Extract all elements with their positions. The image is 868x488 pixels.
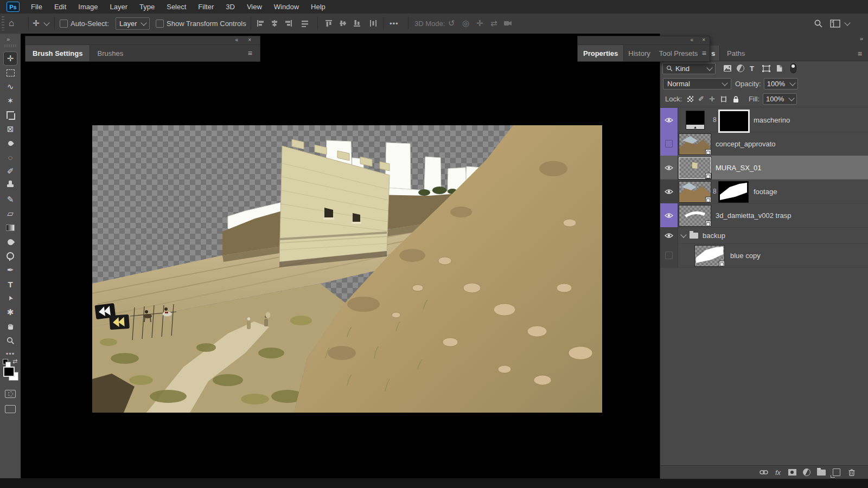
menu-file[interactable]: File bbox=[25, 0, 48, 14]
dock-menu-icon[interactable]: ≡ bbox=[858, 49, 862, 58]
filter-pixel-layers-icon[interactable] bbox=[723, 65, 732, 72]
history-brush-tool[interactable]: ✎ bbox=[4, 193, 17, 206]
group-row-backup[interactable]: backup bbox=[660, 227, 868, 244]
layer-row-mascherino[interactable]: ▲ 8 mascherino bbox=[660, 108, 868, 132]
zoom-tool[interactable] bbox=[4, 334, 17, 347]
shape-tool[interactable]: ✱ bbox=[4, 306, 17, 319]
tab-properties[interactable]: Properties bbox=[578, 45, 624, 61]
collapse-panel-icon[interactable]: « bbox=[690, 37, 693, 43]
auto-select-checkbox[interactable] bbox=[60, 14, 68, 33]
eraser-tool[interactable]: ▱ bbox=[4, 207, 17, 220]
layer-style-button[interactable]: fx bbox=[773, 468, 783, 477]
lock-artboard-icon[interactable] bbox=[720, 95, 727, 103]
dodge-tool[interactable] bbox=[4, 249, 17, 262]
menu-edit[interactable]: Edit bbox=[48, 0, 72, 14]
align-middle-v-button[interactable] bbox=[336, 14, 349, 33]
visibility-toggle[interactable] bbox=[660, 132, 678, 156]
menu-type[interactable]: Type bbox=[133, 0, 161, 14]
path-selection-tool[interactable]: ➤ bbox=[4, 292, 17, 305]
new-group-button[interactable] bbox=[816, 468, 826, 477]
filter-toggle[interactable] bbox=[790, 63, 796, 73]
dock-collapse-icon[interactable]: » bbox=[860, 35, 863, 42]
show-transform-checkbox[interactable] bbox=[156, 14, 164, 33]
new-layer-button[interactable] bbox=[832, 468, 841, 477]
visibility-toggle[interactable] bbox=[660, 227, 678, 243]
filter-type-layers-icon[interactable]: T bbox=[750, 65, 754, 73]
distribute-v-button[interactable] bbox=[367, 14, 380, 33]
eyedropper-tool[interactable] bbox=[4, 137, 17, 150]
healing-brush-tool[interactable]: ◌ bbox=[4, 151, 17, 164]
canvas-area[interactable] bbox=[21, 34, 660, 478]
visibility-toggle[interactable] bbox=[660, 203, 678, 227]
filter-kind-dropdown[interactable]: Kind bbox=[662, 63, 716, 74]
workspace-button[interactable] bbox=[830, 14, 840, 33]
marquee-tool[interactable] bbox=[4, 66, 17, 79]
layer-thumbnail[interactable] bbox=[679, 181, 711, 203]
layer-thumbnail[interactable] bbox=[679, 157, 711, 179]
link-layers-button[interactable] bbox=[759, 468, 769, 477]
menu-3d[interactable]: 3D bbox=[220, 0, 241, 14]
quick-selection-tool[interactable]: ✶ bbox=[4, 94, 17, 107]
visibility-toggle[interactable] bbox=[660, 243, 678, 267]
blur-tool[interactable] bbox=[4, 235, 17, 248]
tab-brush-settings[interactable]: Brush Settings bbox=[25, 45, 90, 61]
workspace-chevron[interactable] bbox=[845, 14, 850, 33]
tool-preset-chevron[interactable] bbox=[44, 14, 49, 33]
toolbar-expand-icon[interactable]: » bbox=[7, 36, 10, 42]
align-right-button[interactable] bbox=[282, 14, 295, 33]
lasso-tool[interactable]: ∿ bbox=[4, 80, 17, 93]
search-button[interactable] bbox=[814, 14, 823, 33]
lock-transparent-pixels-icon[interactable] bbox=[687, 96, 693, 102]
layer-row-3d-damietta[interactable]: 3d_damietta_v002 trasp bbox=[660, 203, 868, 228]
document-canvas[interactable] bbox=[92, 125, 602, 413]
layer-row-footage[interactable]: 8 footage bbox=[660, 179, 868, 204]
add-adjustment-button[interactable] bbox=[802, 468, 812, 477]
align-center-h-button[interactable] bbox=[268, 14, 281, 33]
color-swatches[interactable] bbox=[3, 367, 18, 382]
layer-row-concept-approvato[interactable]: concept_approvato bbox=[660, 132, 868, 156]
delete-layer-button[interactable] bbox=[847, 468, 857, 477]
panel-menu-icon[interactable]: ≡ bbox=[248, 49, 252, 57]
menu-view[interactable]: View bbox=[241, 0, 268, 14]
close-panel-icon[interactable]: × bbox=[248, 37, 251, 43]
layer-mask-thumbnail[interactable] bbox=[718, 110, 750, 133]
clone-stamp-tool[interactable] bbox=[4, 179, 17, 192]
layer-mask-thumbnail[interactable] bbox=[718, 181, 749, 203]
hand-tool[interactable] bbox=[4, 320, 17, 333]
quick-mask-button[interactable] bbox=[4, 387, 17, 400]
tab-tool-presets[interactable]: Tool Presets bbox=[655, 45, 703, 61]
brush-tool[interactable]: ✐ bbox=[4, 165, 17, 178]
move-tool[interactable]: ✛ bbox=[4, 52, 17, 65]
menu-layer[interactable]: Layer bbox=[104, 0, 134, 14]
adjustment-thumbnail[interactable]: ▲ bbox=[686, 111, 705, 130]
menu-window[interactable]: Window bbox=[268, 0, 305, 14]
lock-position-icon[interactable]: ✛ bbox=[709, 95, 715, 103]
filter-shape-layers-icon[interactable] bbox=[762, 65, 770, 72]
menu-filter[interactable]: Filter bbox=[192, 0, 220, 14]
type-tool[interactable]: T bbox=[4, 278, 17, 291]
default-colors-button[interactable] bbox=[3, 359, 11, 367]
home-button[interactable]: ⌂ bbox=[9, 14, 14, 33]
blend-mode-dropdown[interactable]: Normal bbox=[663, 78, 731, 89]
add-mask-button[interactable] bbox=[787, 468, 797, 477]
layer-row-blue-copy[interactable]: blue copy bbox=[660, 243, 868, 268]
layer-thumbnail[interactable] bbox=[694, 245, 725, 267]
lock-image-pixels-icon[interactable]: ✐ bbox=[698, 95, 704, 103]
layer-row-mura-sx-01[interactable]: MURA_SX_01 bbox=[660, 156, 868, 180]
screen-mode-button[interactable] bbox=[4, 402, 17, 415]
align-left-button[interactable] bbox=[254, 14, 267, 33]
tab-paths[interactable]: Paths bbox=[720, 46, 752, 61]
fill-input[interactable]: 100% bbox=[763, 93, 797, 105]
opacity-input[interactable]: 100% bbox=[764, 78, 798, 89]
foreground-color-swatch[interactable] bbox=[3, 367, 15, 377]
visibility-toggle[interactable] bbox=[660, 156, 678, 179]
tab-brushes[interactable]: Brushes bbox=[90, 45, 130, 61]
pen-tool[interactable]: ✒ bbox=[4, 264, 17, 277]
align-top-button[interactable] bbox=[322, 14, 335, 33]
lock-all-icon[interactable] bbox=[732, 95, 739, 103]
menu-select[interactable]: Select bbox=[161, 0, 192, 14]
frame-tool[interactable]: ⊠ bbox=[4, 123, 17, 136]
swap-colors-button[interactable]: ⇄ bbox=[12, 358, 17, 365]
close-panel-icon[interactable]: × bbox=[702, 37, 705, 43]
distribute-h-button[interactable] bbox=[298, 14, 311, 33]
